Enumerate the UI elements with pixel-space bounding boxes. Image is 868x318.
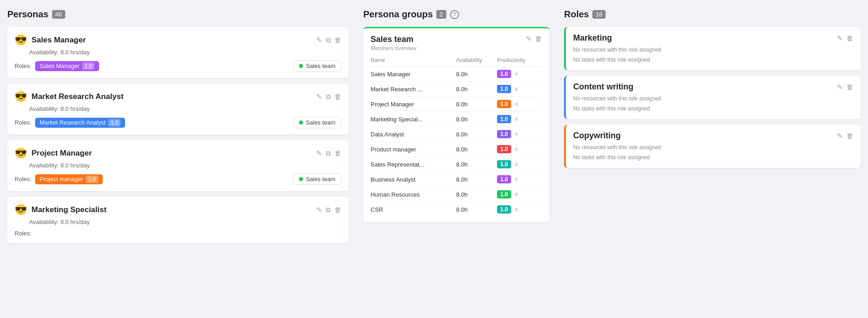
member-availability: 8.0h (456, 172, 497, 187)
delete-icon[interactable]: 🗑 (335, 149, 341, 157)
copy-icon[interactable]: ⧉ (326, 206, 331, 214)
edit-icon[interactable]: ✎ (837, 83, 843, 91)
availability: Availability: 8.0 hrs/day (29, 219, 341, 225)
col-availability: Availability (456, 55, 497, 67)
persona-name-row: 😎 Market Research Analyst (15, 91, 124, 103)
team-badge[interactable]: Sales team (293, 117, 341, 128)
team-name: Sales team (306, 119, 335, 126)
sales-team-title: Sales team (371, 35, 417, 44)
member-name: Sales Manager (371, 67, 456, 82)
member-availability: 8.0h (456, 157, 497, 172)
role-card-content-writing: Content writing ✎ 🗑 No resources with th… (564, 76, 861, 119)
role-card-title: Copywriting (573, 131, 621, 141)
team-dot (299, 120, 303, 125)
copy-icon[interactable]: ⧉ (326, 93, 331, 101)
prod-badge: 1.0 (497, 175, 511, 183)
team-badge[interactable]: Sales team (293, 173, 341, 185)
edit-icon[interactable]: ✎ (316, 93, 322, 101)
roles-row: Roles: (15, 230, 341, 237)
persona-card-header: 😎 Marketing Specialist ✎ ⧉ 🗑 (15, 204, 341, 216)
roles-left: Roles: (15, 230, 31, 237)
persona-card-marketing-specialist: 😎 Marketing Specialist ✎ ⧉ 🗑 Availabilit… (7, 197, 349, 243)
prod-badge: 1.0 (497, 145, 511, 153)
groups-count: 2 (436, 10, 446, 19)
edit-icon[interactable]: ✎ (837, 34, 843, 42)
edit-icon[interactable]: ✎ (526, 35, 532, 43)
availability: Availability: 8.0 hrs/day (29, 105, 341, 112)
roles-left: Roles: Project manager 1.0 (15, 174, 103, 184)
card-actions: ✎ ⧉ 🗑 (316, 149, 341, 157)
role-card-header: Content writing ✎ 🗑 (573, 82, 853, 92)
edit-icon[interactable]: ✎ (316, 206, 322, 214)
team-name: Sales team (306, 176, 335, 182)
prod-badge: 1.0 (497, 100, 511, 108)
member-productivity: 1.0 ✕ (497, 67, 542, 82)
remove-member-button[interactable]: ✕ (514, 161, 519, 168)
prod-badge: 1.0 (497, 85, 511, 93)
delete-icon[interactable]: 🗑 (847, 34, 853, 42)
remove-member-button[interactable]: ✕ (514, 176, 519, 183)
role-card-title: Marketing (573, 33, 612, 43)
edit-icon[interactable]: ✎ (316, 149, 322, 157)
roles-left: Roles: Market Research Analyst 1.0 (15, 118, 125, 128)
remove-member-button[interactable]: ✕ (514, 146, 519, 153)
member-availability: 8.0h (456, 112, 497, 127)
delete-icon[interactable]: 🗑 (335, 93, 341, 101)
table-row: Product manager 8.0h 1.0 ✕ (371, 142, 542, 157)
remove-member-button[interactable]: ✕ (514, 206, 519, 213)
member-productivity: 1.0 ✕ (497, 157, 542, 172)
prod-badge: 1.0 (497, 190, 511, 198)
member-productivity: 1.0 ✕ (497, 82, 542, 97)
remove-member-button[interactable]: ✕ (514, 86, 519, 93)
member-productivity: 1.0 ✕ (497, 127, 542, 142)
persona-card-header: 😎 Project Manager ✎ ⧉ 🗑 (15, 147, 341, 159)
member-name: Product manager (371, 142, 456, 157)
remove-member-button[interactable]: ✕ (514, 116, 519, 123)
no-resource-text: No resources with this role assigned (573, 94, 853, 103)
delete-icon[interactable]: 🗑 (335, 206, 341, 214)
member-availability: 8.0h (456, 67, 497, 82)
roles-label: Roles: (15, 230, 31, 237)
role-card-actions: ✎ 🗑 (837, 132, 853, 140)
roles-count: 18 (592, 10, 605, 19)
member-productivity: 1.0 ✕ (497, 112, 542, 127)
edit-icon[interactable]: ✎ (837, 132, 843, 140)
role-card-header: Marketing ✎ 🗑 (573, 33, 853, 43)
team-badge[interactable]: Sales team (293, 60, 341, 72)
copy-icon[interactable]: ⧉ (326, 36, 331, 44)
card-actions: ✎ ⧉ 🗑 (316, 36, 341, 44)
no-tasks-text: No tasks with this role assigned (573, 56, 853, 64)
persona-name: Market Research Analyst (31, 92, 124, 101)
col-productivity: Productivity (497, 55, 542, 67)
delete-icon[interactable]: 🗑 (847, 83, 853, 91)
remove-member-button[interactable]: ✕ (514, 131, 519, 138)
delete-icon[interactable]: 🗑 (847, 132, 853, 140)
help-icon[interactable]: ? (450, 10, 459, 19)
role-tag[interactable]: Sales Manager 1.0 (35, 61, 99, 71)
member-name: Sales Representat... (371, 157, 456, 172)
roles-panel: Roles 18 Marketing ✎ 🗑 No resources with… (557, 0, 868, 318)
persona-name: Sales Manager (31, 36, 86, 45)
remove-member-button[interactable]: ✕ (514, 191, 519, 198)
remove-member-button[interactable]: ✕ (514, 71, 519, 78)
roles-label: Roles: (15, 63, 31, 69)
delete-icon[interactable]: 🗑 (335, 36, 341, 44)
delete-icon[interactable]: 🗑 (535, 35, 542, 43)
table-row: Sales Manager 8.0h 1.0 ✕ (371, 67, 542, 82)
member-name: CSR (371, 202, 456, 217)
no-tasks-text: No tasks with this role assigned (573, 153, 853, 162)
member-productivity: 1.0 ✕ (497, 142, 542, 157)
remove-member-button[interactable]: ✕ (514, 101, 519, 108)
member-availability: 8.0h (456, 142, 497, 157)
copy-icon[interactable]: ⧉ (326, 149, 331, 157)
role-tag[interactable]: Project manager 1.0 (35, 174, 103, 184)
no-tasks-text: No tasks with this role assigned (573, 104, 853, 113)
sales-team-title-group: Sales team Members overview (371, 35, 417, 52)
sales-team-card-actions: ✎ 🗑 (526, 35, 542, 43)
persona-name: Project Manager (31, 149, 92, 158)
persona-name: Marketing Specialist (31, 205, 106, 214)
role-tag[interactable]: Market Research Analyst 1.0 (35, 118, 125, 128)
persona-card-header: 😎 Market Research Analyst ✎ ⧉ 🗑 (15, 91, 341, 103)
edit-icon[interactable]: ✎ (316, 36, 322, 44)
persona-emoji: 😎 (15, 91, 27, 103)
